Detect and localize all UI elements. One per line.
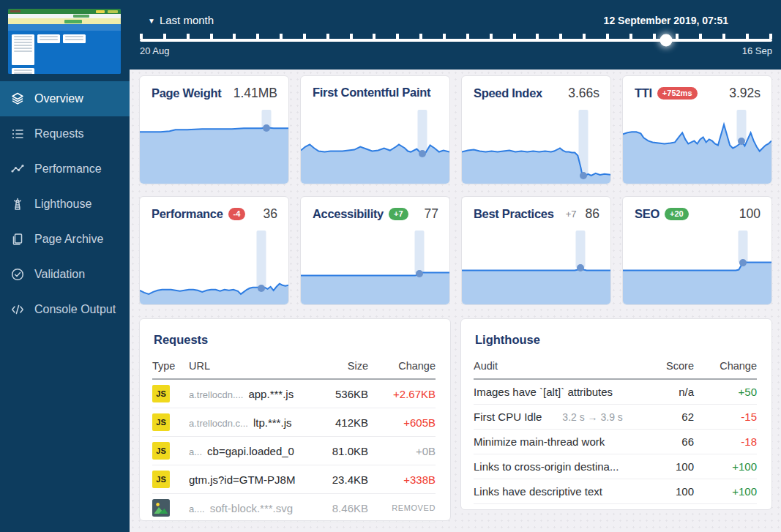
js-file-icon: JS — [152, 413, 170, 431]
sidebar-item-overview[interactable]: Overview — [0, 81, 130, 116]
audit-change: +50 — [694, 386, 757, 398]
timeline-tick — [559, 34, 562, 39]
metric-delta-badge: +7 — [389, 208, 408, 221]
lighthouse-table-body: Images have `[alt]` attributesn/a+50Firs… — [474, 380, 757, 504]
sparkline-selected-dot — [580, 172, 587, 179]
request-change: +2.67KB — [368, 388, 436, 400]
page-thumbnail[interactable] — [8, 9, 121, 74]
layers-icon — [10, 91, 34, 106]
requests-panel-title: Requests — [154, 333, 436, 347]
lighthouse-audit-row[interactable]: Minimize main-thread work66-18 — [474, 430, 757, 454]
request-url: a...cb=gapi.loaded_0 — [189, 445, 311, 457]
audit-change: -18 — [694, 435, 757, 448]
request-row[interactable]: a....soft-block.***.svg8.46KBREMOVED — [152, 494, 436, 522]
requests-panel: Requests Type URL Size Change JSa.trello… — [139, 318, 451, 521]
metric-card-speed-index[interactable]: Speed Index3.66s — [461, 75, 611, 184]
timeline-tick — [699, 34, 702, 39]
request-row[interactable]: JSgtm.js?id=GTM-PJ8M23.4KB+338B — [152, 465, 436, 494]
timeline-tick — [653, 34, 656, 39]
metric-sparkline — [462, 231, 610, 304]
request-url: a.trellocdn....app.***.js — [189, 388, 311, 400]
metric-sparkline — [301, 110, 449, 184]
audit-change: -15 — [694, 411, 757, 423]
metric-sparkline — [623, 110, 771, 184]
metric-card-performance[interactable]: Performance-436 — [139, 196, 289, 305]
sidebar-item-label: Overview — [34, 92, 83, 105]
metric-value: 1.41MB — [233, 86, 277, 101]
lighthouse-audit-row[interactable]: First CPU Idle3.2 s → 3.9 s62-15 — [474, 405, 757, 430]
date-range-dropdown[interactable]: ▼Last month — [148, 14, 214, 26]
metric-title: Best Practices — [474, 207, 554, 221]
request-row[interactable]: JSa.trellocdn.c...ltp.***.js412KB+605B — [152, 408, 436, 437]
audit-score: 62 — [643, 411, 694, 423]
timeline-tick — [629, 34, 632, 39]
timeline-track[interactable] — [140, 39, 772, 42]
main-content: Page Weight1.41MBFirst Contentful PaintS… — [130, 70, 781, 532]
metric-card-best-practices[interactable]: Best Practices+786 — [461, 196, 611, 305]
request-change: REMOVED — [368, 503, 436, 512]
metric-card-first-contentful-paint[interactable]: First Contentful Paint — [300, 75, 450, 184]
audit-score: n/a — [643, 386, 694, 398]
metric-value: 36 — [264, 206, 277, 222]
metric-card-tti[interactable]: TTI+752ms3.92s — [622, 75, 772, 184]
sidebar-item-label: Console Output — [34, 303, 116, 316]
sidebar-item-console-output[interactable]: Console Output — [0, 292, 130, 327]
sidebar-item-label: Requests — [34, 127, 84, 141]
request-row[interactable]: JSa...cb=gapi.loaded_081.0KB+0B — [152, 437, 436, 465]
timeline-tick — [256, 34, 259, 39]
request-change: +338B — [368, 473, 436, 486]
js-file-icon: JS — [152, 471, 170, 488]
sidebar-item-lighthouse[interactable]: Lighthouse — [0, 187, 130, 222]
audit-name: Links to cross-origin destina... — [474, 460, 619, 473]
sidebar-item-label: Page Archive — [34, 233, 103, 246]
requests-table-header: Type URL Size Change — [152, 354, 436, 380]
audit-name: Minimize main-thread work — [474, 435, 605, 448]
metric-card-seo[interactable]: SEO+20100 — [622, 196, 772, 305]
sparkline-selected-dot — [416, 270, 423, 277]
lighthouse-audit-row[interactable]: Links to cross-origin destina...100+100 — [474, 454, 757, 479]
sidebar-item-validation[interactable]: Validation — [0, 257, 130, 292]
timeline-handle[interactable] — [659, 34, 672, 47]
requests-table-body: JSa.trellocdn....app.***.js536KB+2.67KBJ… — [152, 380, 436, 522]
list-icon — [10, 127, 34, 141]
lighthouse-table-header: Audit Score Change — [474, 354, 757, 380]
selected-date-label: 12 September 2019, 07:51 — [604, 15, 728, 26]
timeline-tick — [163, 34, 166, 39]
timeline-tick — [233, 34, 236, 39]
pages-icon — [10, 232, 34, 247]
sparkline-selected-dot — [263, 124, 270, 132]
timeline-tick — [513, 34, 516, 39]
metric-card-accessibility[interactable]: Accessibility+777 — [300, 196, 450, 305]
sidebar-item-performance[interactable]: Performance — [0, 151, 130, 187]
timeline-start-label: 20 Aug — [140, 45, 170, 56]
metric-value: 3.92s — [729, 86, 761, 101]
column-header-change: Change — [694, 360, 757, 372]
timeline-tick — [466, 34, 469, 39]
request-url: gtm.js?id=GTM-PJ8M — [189, 473, 311, 486]
audit-name: First CPU Idle — [474, 411, 542, 423]
scatter-icon — [10, 162, 34, 176]
metric-card-page-weight[interactable]: Page Weight1.41MB — [139, 75, 289, 184]
metric-delta-badge: +7 — [566, 209, 577, 220]
column-header-type: Type — [152, 360, 189, 372]
lighthouse-panel: Lighthouse Audit Score Change Images hav… — [460, 318, 772, 510]
request-row[interactable]: JSa.trellocdn....app.***.js536KB+2.67KB — [152, 380, 436, 408]
timeline-tick — [326, 34, 329, 39]
metric-sparkline — [623, 231, 771, 304]
sidebar-item-requests[interactable]: Requests — [0, 116, 130, 151]
timeline-tick — [490, 34, 493, 39]
metric-title: SEO — [635, 207, 659, 221]
timeline-tick — [303, 34, 306, 39]
audit-score: 100 — [643, 485, 694, 498]
lighthouse-audit-row[interactable]: Links have descriptive text100+100 — [474, 479, 757, 504]
timeline-ticks — [140, 34, 772, 39]
date-range-label: Last month — [160, 14, 214, 26]
sidebar-item-page-archive[interactable]: Page Archive — [0, 222, 130, 257]
metric-sparkline — [462, 110, 610, 184]
lighthouse-audit-row[interactable]: Images have `[alt]` attributesn/a+50 — [474, 380, 757, 405]
code-icon — [10, 302, 34, 317]
check-circle-icon — [10, 267, 34, 282]
sidebar-nav: OverviewRequestsPerformanceLighthousePag… — [0, 81, 130, 327]
request-url: a....soft-block.***.svg — [189, 502, 311, 514]
timeline-tick — [210, 34, 213, 39]
